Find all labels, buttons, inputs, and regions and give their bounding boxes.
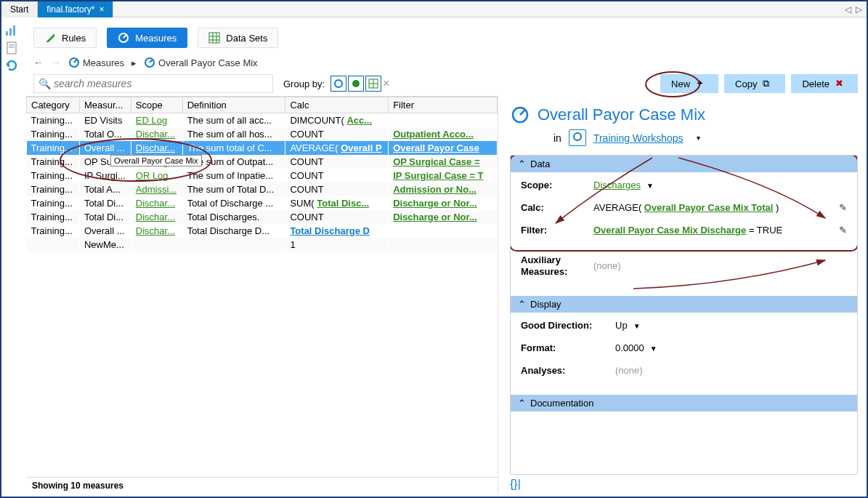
svg-rect-1 — [9, 28, 12, 36]
tab-next-icon[interactable]: ▷ — [856, 4, 862, 15]
table-row[interactable]: Training...Total Di...Dischar...Total Di… — [27, 210, 498, 224]
col-definition[interactable]: Definition — [182, 97, 285, 113]
search-box[interactable]: 🔍 — [33, 74, 273, 93]
group-by-label: Group by: — [283, 79, 325, 89]
datasets-icon — [208, 32, 220, 44]
section-display[interactable]: ⌃ Display — [511, 296, 857, 313]
rules-icon — [44, 32, 56, 44]
analyses-value: (none) — [615, 365, 847, 376]
tab-active-label: final.factory* — [46, 4, 94, 15]
edit-filter-icon[interactable]: ✎ — [839, 225, 847, 236]
tab-active[interactable]: final.factory* × — [38, 1, 113, 17]
group-scope-icon[interactable] — [348, 76, 364, 92]
tab-prev-icon[interactable]: ◁ — [845, 4, 851, 15]
scope-label: Scope: — [521, 180, 593, 190]
filter-link[interactable]: Overall Payor Case Mix Discharge — [593, 225, 746, 236]
toolbar-row: 🔍 Group by: × New ✦ Copy ⧉ Delete ✖ — [26, 73, 864, 96]
mode-rules-button[interactable]: Rules — [33, 28, 97, 48]
col-calc[interactable]: Calc — [285, 97, 389, 113]
collapse-icon: ⌃ — [518, 158, 526, 169]
tooltip: Overall Payor Case Mix — [110, 155, 202, 166]
table-row[interactable]: NewMe...1 — [27, 238, 498, 252]
tab-start[interactable]: Start — [1, 1, 38, 17]
good-direction-label: Good Direction: — [521, 320, 615, 331]
section-data-body: Scope: Discharges▼ Calc: AVERAGE( Overal… — [511, 172, 857, 254]
mode-row: Rules Measures Data Sets — [26, 20, 864, 54]
col-filter[interactable]: Filter — [389, 97, 498, 113]
svg-marker-7 — [46, 33, 54, 42]
group-by-icons: × — [330, 76, 394, 92]
table-row[interactable]: Training...IP Surgi...OR LogThe sum of I… — [27, 169, 498, 182]
svg-rect-3 — [7, 42, 16, 54]
analyses-label: Analyses: — [521, 365, 615, 376]
main-content: Rules Measures Data Sets ← → Measures ▸ … — [26, 20, 864, 494]
section-data[interactable]: ⌃ Data — [511, 156, 857, 172]
breadcrumb-root[interactable]: Measures — [68, 57, 124, 68]
left-icon-strip — [4, 23, 23, 73]
table-wrap[interactable]: Category Measur... Scope Definition Calc… — [26, 96, 498, 477]
mode-datasets-button[interactable]: Data Sets — [198, 28, 278, 48]
format-label: Format: — [521, 342, 615, 353]
table-row[interactable]: Training...Total Di...Dischar...Total of… — [27, 196, 498, 210]
nav-back-icon[interactable]: ← — [33, 57, 44, 68]
table-row[interactable]: Training...Overall ...Dischar...Total Di… — [27, 224, 498, 238]
section-documentation[interactable]: ⌃ Documentation — [511, 395, 857, 411]
calc-value: AVERAGE( Overall Payor Case Mix Total ) — [593, 202, 839, 213]
chart-icon[interactable] — [4, 23, 19, 38]
table-row[interactable]: Training...Overall ...Dischar...The sum … — [27, 141, 498, 155]
table-row[interactable]: Training...Total A...Admissi...The sum o… — [27, 182, 498, 196]
mode-rules-label: Rules — [62, 33, 86, 44]
good-direction-value[interactable]: Up▼ — [615, 320, 847, 331]
copy-icon: ⧉ — [763, 78, 774, 89]
col-scope[interactable]: Scope — [131, 97, 182, 113]
col-category[interactable]: Category — [27, 97, 80, 113]
detail-title: Overall Payor Case Mix — [510, 102, 858, 129]
delete-button[interactable]: Delete ✖ — [791, 74, 858, 93]
section-display-body: Good Direction: Up▼ Format: 0.0000▼ Anal… — [511, 313, 857, 395]
doc-icon[interactable] — [4, 41, 19, 55]
mode-datasets-label: Data Sets — [226, 33, 267, 44]
scope-dropdown-icon[interactable]: ▼ — [646, 182, 654, 190]
breadcrumb-separator: ▸ — [131, 57, 137, 68]
edit-calc-icon[interactable]: ✎ — [839, 202, 847, 213]
group-clear-icon[interactable]: × — [383, 77, 394, 90]
dropdown-icon[interactable]: ▾ — [697, 134, 700, 142]
tab-nav: ◁ ▷ — [845, 4, 867, 15]
table-row[interactable]: Training...ED VisitsED LogThe sum of all… — [27, 113, 498, 128]
refresh-icon[interactable] — [4, 58, 19, 73]
status-bar: Showing 10 measures — [26, 477, 498, 494]
breadcrumb-current[interactable]: Overall Payor Case Mix — [144, 57, 258, 68]
svg-line-9 — [123, 35, 126, 38]
training-workshops-link[interactable]: Training Workshops — [593, 132, 684, 144]
filter-value: Overall Payor Case Mix Discharge = TRUE — [593, 225, 839, 236]
mode-measures-button[interactable]: Measures — [107, 28, 187, 48]
svg-point-26 — [574, 133, 581, 140]
nav-forward-icon[interactable]: → — [51, 57, 61, 68]
search-input[interactable] — [54, 78, 268, 89]
detail-panel: Overall Payor Case Mix in Training Works… — [498, 96, 864, 494]
copy-button[interactable]: Copy ⧉ — [724, 74, 785, 93]
calc-link[interactable]: Overall Payor Case Mix Total — [644, 202, 774, 213]
aux-label: Auxiliary Measures: — [521, 254, 593, 277]
collapse-icon: ⌃ — [518, 398, 526, 409]
collapse-icon: ⌃ — [518, 299, 526, 310]
group-grid-icon[interactable] — [365, 76, 381, 92]
new-button[interactable]: New ✦ — [660, 74, 718, 93]
measures-icon — [118, 32, 129, 44]
svg-line-25 — [520, 110, 525, 115]
mode-measures-label: Measures — [135, 33, 177, 44]
scope-link[interactable]: Discharges — [593, 180, 641, 190]
close-icon[interactable]: × — [99, 4, 104, 15]
col-measure[interactable]: Measur... — [79, 97, 131, 113]
table-row[interactable]: Training...OP Surg...OR LogThe sum of Ou… — [27, 155, 498, 169]
search-icon: 🔍 — [38, 78, 51, 89]
svg-rect-0 — [6, 31, 8, 36]
svg-rect-10 — [209, 33, 219, 43]
group-measure-icon[interactable] — [330, 76, 346, 92]
folder-icon — [569, 129, 586, 146]
format-value[interactable]: 0.0000▼ — [615, 342, 847, 353]
detail-scroll[interactable]: ⌃ Data Scope: Discharges▼ Calc: AVERAGE(… — [510, 155, 858, 475]
table-row[interactable]: Training...Total O...Dischar...The sum o… — [27, 127, 498, 141]
svg-line-16 — [74, 60, 77, 63]
svg-line-18 — [150, 60, 153, 63]
